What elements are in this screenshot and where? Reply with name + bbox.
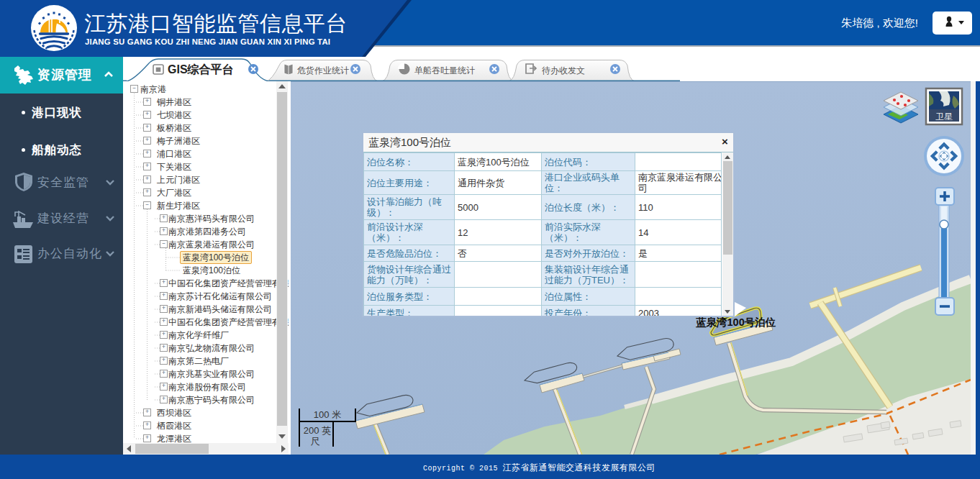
svg-text:卫星: 卫星	[935, 111, 953, 122]
svg-text:200 英: 200 英	[304, 425, 331, 436]
svg-text:尺: 尺	[311, 436, 320, 447]
svg-text:100 米: 100 米	[314, 409, 341, 420]
svg-text:蓝泉湾100号泊位: 蓝泉湾100号泊位	[696, 316, 776, 328]
